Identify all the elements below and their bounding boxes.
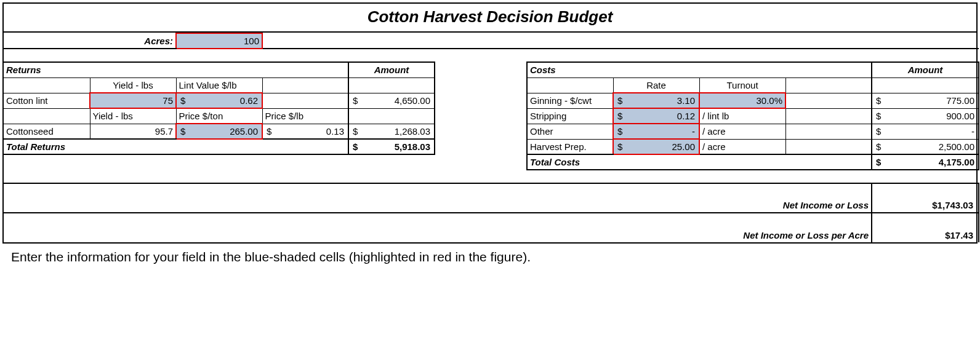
stripping-amount: $900.00	[872, 108, 979, 124]
total-costs-label: Total Costs	[527, 154, 872, 170]
cottonseed-price-ton-input[interactable]: $265.00	[176, 124, 262, 139]
returns-amount-header: Amount	[348, 62, 435, 77]
net-per-acre-label: Net Income or Loss per Acre	[4, 213, 872, 242]
cotton-lint-amount: $4,650.00	[348, 93, 435, 108]
ginning-turnout-input[interactable]: 30.0%	[699, 93, 785, 108]
cottonseed-yield: 95.7	[90, 124, 176, 139]
other-amount: $-	[872, 124, 979, 139]
cotton-lint-label: Cotton lint	[4, 93, 90, 108]
rate-label: Rate	[613, 77, 699, 93]
yield-lbs-label-1: Yield - lbs	[90, 77, 176, 93]
harvest-prep-amount: $2,500.00	[872, 139, 979, 154]
ginning-label: Ginning - $/cwt	[527, 93, 613, 108]
net-income-label: Net Income or Loss	[4, 183, 872, 213]
turnout-label: Turnout	[699, 77, 785, 93]
price-ton-label: Price $/ton	[176, 108, 262, 124]
total-returns-label: Total Returns	[4, 139, 348, 154]
stripping-label: Stripping	[527, 108, 613, 124]
net-per-acre-amount: $17.43	[872, 213, 979, 242]
cotton-lint-yield-input[interactable]: 75	[90, 93, 176, 108]
total-returns-amount: $5,918.03	[348, 139, 435, 154]
costs-amount-header: Amount	[872, 62, 979, 77]
harvest-prep-unit: / acre	[699, 139, 785, 154]
acres-label: Acres:	[4, 33, 176, 49]
price-lb-label: Price $/lb	[262, 108, 348, 124]
cottonseed-label: Cottonseed	[4, 124, 90, 139]
budget-sheet: Cotton Harvest Decision Budget Acres: 10…	[2, 2, 978, 244]
other-unit: / acre	[699, 124, 785, 139]
net-income-amount: $1,743.03	[872, 183, 979, 213]
total-costs-amount: $4,175.00	[872, 154, 979, 170]
harvest-prep-rate-input[interactable]: $25.00	[613, 139, 699, 154]
costs-header: Costs	[527, 62, 872, 77]
other-label: Other	[527, 124, 613, 139]
yield-lbs-label-2: Yield - lbs	[90, 108, 176, 124]
caption-text: Enter the information for your field in …	[2, 244, 978, 267]
budget-grid: Acres: 100 Returns Amount Costs Amount Y…	[4, 33, 979, 242]
harvest-prep-label: Harvest Prep.	[527, 139, 613, 154]
returns-header: Returns	[4, 62, 348, 77]
ginning-amount: $775.00	[872, 93, 979, 108]
other-rate-input[interactable]: $-	[613, 124, 699, 139]
ginning-rate-input[interactable]: $3.10	[613, 93, 699, 108]
cottonseed-amount: $1,268.03	[348, 124, 435, 139]
acres-input[interactable]: 100	[176, 33, 262, 49]
stripping-unit: / lint lb	[699, 108, 785, 124]
cottonseed-price-lb: $0.13	[262, 124, 348, 139]
page-title: Cotton Harvest Decision Budget	[4, 4, 976, 33]
stripping-rate-input[interactable]: $0.12	[613, 108, 699, 124]
cotton-lint-value-input[interactable]: $0.62	[176, 93, 262, 108]
lint-value-label: Lint Value $/lb	[176, 77, 262, 93]
